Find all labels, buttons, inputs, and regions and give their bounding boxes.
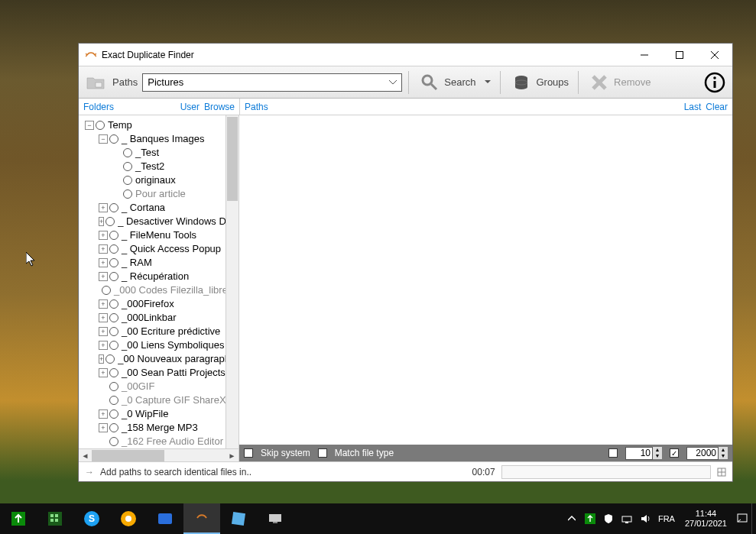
tree-node[interactable]: _0 Capture GIF ShareX	[79, 393, 238, 407]
radio-icon[interactable]	[109, 327, 118, 336]
radio-icon[interactable]	[109, 423, 118, 432]
hscroll-thumb[interactable]	[92, 450, 164, 461]
radio-icon[interactable]	[123, 176, 132, 185]
titlebar[interactable]: Exact Duplicate Finder	[79, 44, 732, 66]
taskbar-app-4[interactable]	[110, 503, 147, 534]
tree-node[interactable]: +_ Desactiver Windows Defender	[79, 215, 238, 228]
max-size-input[interactable]: 2000	[686, 447, 719, 460]
vscroll-thumb[interactable]	[227, 117, 238, 201]
radio-icon[interactable]	[109, 382, 118, 391]
tree-node[interactable]: −Temp	[79, 118, 238, 132]
tree-node[interactable]: +_000Linkbar	[79, 311, 238, 325]
taskbar-app-5[interactable]	[147, 503, 183, 534]
tree-node[interactable]: +_00 Liens Symboliques	[79, 338, 238, 352]
radio-icon[interactable]	[109, 272, 118, 281]
expand-icon[interactable]: +	[99, 217, 104, 226]
taskbar-app-6[interactable]	[220, 503, 257, 534]
hscroll-right-button[interactable]: ►	[226, 449, 238, 462]
radio-icon[interactable]	[109, 368, 118, 377]
last-link[interactable]: Last	[684, 102, 702, 112]
collapse-icon[interactable]: −	[85, 121, 94, 130]
skip-system-checkbox[interactable]	[244, 448, 253, 458]
remove-button[interactable]: Remove	[585, 71, 654, 94]
tree-node[interactable]: +_00 Ecriture prédictive	[79, 325, 238, 338]
radio-icon[interactable]	[105, 217, 115, 226]
expand-icon[interactable]: +	[99, 341, 108, 350]
tree-node[interactable]: _000 Codes Filezilla_librewolf	[79, 283, 238, 297]
paths-combobox[interactable]: Pictures	[142, 73, 402, 92]
radio-icon[interactable]	[109, 437, 118, 446]
maximize-button[interactable]	[662, 44, 697, 66]
expand-icon[interactable]: +	[99, 327, 108, 336]
expand-icon[interactable]: +	[99, 244, 108, 254]
taskbar-app-7[interactable]	[257, 503, 294, 534]
vertical-scrollbar[interactable]	[226, 115, 238, 448]
expand-icon[interactable]: +	[99, 258, 108, 267]
caret-down-icon[interactable]	[485, 80, 491, 84]
taskbar-app-1[interactable]	[0, 503, 37, 534]
expand-icon[interactable]: +	[99, 368, 108, 377]
folders-header[interactable]: Folders	[83, 102, 114, 112]
tree-node[interactable]: _Test2	[79, 160, 238, 173]
tree-node[interactable]: originaux	[79, 173, 238, 187]
user-link[interactable]: User	[180, 102, 200, 112]
taskbar-app-active[interactable]	[183, 503, 220, 534]
tray-language[interactable]: FRA	[654, 503, 679, 534]
tree-node[interactable]: +_158 Merge MP3	[79, 421, 238, 435]
tree-node[interactable]: +_ Quick Access Popup	[79, 242, 238, 256]
radio-icon[interactable]	[123, 162, 132, 171]
tree-node[interactable]: _00GIF	[79, 380, 238, 393]
hscroll-left-button[interactable]: ◄	[79, 449, 92, 462]
expand-icon[interactable]: +	[99, 203, 108, 212]
spinner-1[interactable]: ▲▼	[653, 447, 662, 460]
spinner-2[interactable]: ▲▼	[719, 447, 728, 460]
tray-expand-icon[interactable]	[563, 503, 581, 534]
option-checkbox-2[interactable]	[670, 448, 679, 458]
min-size-input[interactable]: 10	[625, 447, 653, 460]
expand-icon[interactable]: +	[99, 272, 108, 281]
expand-icon[interactable]: +	[99, 299, 108, 309]
horizontal-scrollbar[interactable]: ◄ ►	[79, 448, 238, 461]
radio-icon[interactable]	[109, 299, 118, 309]
expand-icon[interactable]: +	[99, 354, 104, 364]
tree-node[interactable]: +_00 Sean Patti Projects	[79, 366, 238, 380]
radio-icon[interactable]	[105, 354, 115, 364]
radio-icon[interactable]	[109, 244, 118, 254]
minimize-button[interactable]	[627, 44, 662, 66]
expand-icon[interactable]: +	[99, 423, 108, 432]
taskbar[interactable]: S FRA 11:44 27/01/2021	[0, 503, 756, 534]
radio-icon[interactable]	[102, 286, 111, 295]
radio-icon[interactable]	[123, 148, 132, 157]
browse-link[interactable]: Browse	[204, 102, 235, 112]
expand-icon[interactable]: +	[99, 409, 108, 419]
taskbar-clock[interactable]: 11:44 27/01/2021	[679, 509, 733, 529]
radio-icon[interactable]	[109, 231, 118, 240]
radio-icon[interactable]	[109, 396, 118, 405]
radio-icon[interactable]	[109, 258, 118, 267]
collapse-icon[interactable]: −	[99, 134, 108, 144]
tree-node[interactable]: _Test	[79, 146, 238, 160]
tray-notifications-icon[interactable]	[733, 503, 751, 534]
expand-icon[interactable]: +	[99, 313, 108, 322]
paths-header[interactable]: Paths	[245, 102, 268, 112]
close-button[interactable]	[697, 44, 732, 66]
tree-node[interactable]: +_000Firefox	[79, 297, 238, 311]
tray-network-icon[interactable]	[618, 503, 636, 534]
tree-node[interactable]: +_ Récupération	[79, 270, 238, 283]
expand-icon[interactable]: +	[99, 231, 108, 240]
radio-icon[interactable]	[123, 189, 132, 199]
radio-icon[interactable]	[96, 121, 105, 130]
taskbar-app-2[interactable]	[37, 503, 73, 534]
tree-node[interactable]: +_ FileMenu Tools	[79, 228, 238, 242]
groups-button[interactable]: Groups	[507, 71, 572, 94]
taskbar-app-3[interactable]: S	[73, 503, 110, 534]
radio-icon[interactable]	[109, 313, 118, 322]
radio-icon[interactable]	[109, 341, 118, 350]
tree-node[interactable]: Pour article	[79, 187, 238, 201]
radio-icon[interactable]	[109, 134, 118, 144]
radio-icon[interactable]	[109, 203, 118, 212]
tree-node[interactable]: +_00 Nouveaux paragraphes	[79, 352, 238, 366]
radio-icon[interactable]	[109, 409, 118, 419]
match-file-type-checkbox[interactable]	[318, 448, 327, 458]
show-desktop-button[interactable]	[751, 503, 756, 534]
